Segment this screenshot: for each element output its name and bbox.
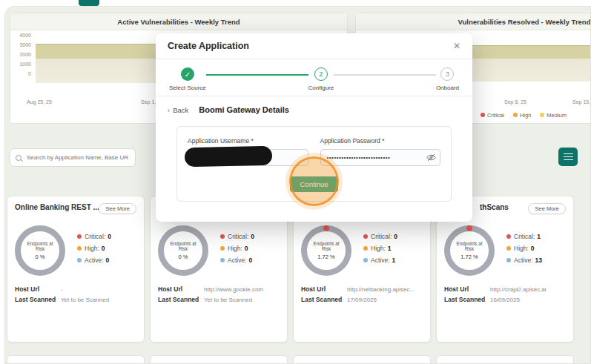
y-axis: 4000 3000 2000 1000 0 bbox=[10, 30, 31, 79]
high-dot-icon bbox=[513, 113, 518, 117]
step-onboard: 3 Onboard bbox=[436, 67, 459, 91]
active-dot-icon bbox=[220, 258, 225, 262]
password-field-group: Application Password * bbox=[320, 137, 441, 166]
last-scanned-value: 17/09/2025 bbox=[347, 297, 423, 303]
gauge-value: 1.72 % bbox=[317, 254, 334, 260]
header-accent-pill bbox=[79, 0, 99, 6]
endpoints-risk-gauge: Endpoints at Risk 1.72 % bbox=[301, 225, 351, 276]
gauge-label: Endpoints at Risk bbox=[166, 241, 200, 251]
chevron-left-icon: ‹ bbox=[168, 106, 170, 114]
details-form: Application Username * Application Passw… bbox=[176, 126, 452, 202]
stat-high: High:0 bbox=[506, 245, 542, 252]
application-card: Online Banking REST ... See More Endpoin… bbox=[7, 196, 145, 343]
host-url-label: Host Url bbox=[301, 285, 347, 293]
y-tick: 2000 bbox=[10, 50, 31, 59]
active-dot-icon bbox=[506, 258, 511, 262]
username-field-group: Application Username * bbox=[188, 137, 308, 166]
step-label: Onboard bbox=[436, 85, 459, 91]
search-input[interactable] bbox=[25, 153, 130, 162]
panel-title: Vulnerabilities Resolved - Weekly Trend bbox=[356, 13, 591, 30]
y-tick: 4000 bbox=[10, 30, 31, 40]
y-tick: 1000 bbox=[10, 59, 31, 69]
close-icon[interactable]: ✕ bbox=[453, 41, 460, 51]
stat-critical: Critical:0 bbox=[363, 233, 397, 240]
stat-active: Active:13 bbox=[506, 257, 542, 264]
see-more-button[interactable]: See More bbox=[99, 203, 136, 214]
search-icon bbox=[16, 155, 22, 161]
critical-dot-icon bbox=[506, 234, 511, 239]
stepper-connector bbox=[206, 74, 308, 76]
create-application-modal: Create Application ✕ ✓ Select Source 2 C… bbox=[156, 33, 472, 222]
last-scanned-value: Yet to be Scanned bbox=[204, 297, 280, 303]
gauge-label: Endpoints at Risk bbox=[452, 241, 486, 251]
eye-off-icon[interactable] bbox=[426, 153, 436, 162]
password-label: Application Password * bbox=[320, 137, 441, 145]
chart-legend: Critical High Medium bbox=[481, 112, 567, 119]
list-view-button[interactable] bbox=[558, 148, 578, 166]
application-card bbox=[436, 355, 574, 364]
endpoints-risk-gauge: Endpoints at Risk 0 % bbox=[15, 225, 65, 276]
legend-item: Critical bbox=[481, 112, 504, 119]
stat-high: High:0 bbox=[77, 245, 111, 252]
stat-critical: Critical:0 bbox=[77, 233, 111, 240]
y-tick: 0 bbox=[10, 69, 31, 79]
stepper: ✓ Select Source 2 Configure 3 Onboard bbox=[156, 59, 472, 96]
gauge-value: 0 % bbox=[179, 254, 188, 260]
stat-active: Active:0 bbox=[77, 257, 111, 264]
section-title: Boomi Gateway Details bbox=[199, 105, 289, 114]
endpoints-risk-gauge: Endpoints at Risk 0 % bbox=[158, 225, 208, 276]
gauge-label: Endpoints at Risk bbox=[23, 241, 57, 251]
high-dot-icon bbox=[363, 246, 368, 251]
application-card bbox=[293, 355, 431, 364]
x-tick: Sep 15, 25 bbox=[572, 99, 591, 105]
check-icon: ✓ bbox=[181, 67, 194, 81]
legend-label: Critical bbox=[487, 112, 504, 119]
host-url-value: - bbox=[61, 286, 136, 293]
high-dot-icon bbox=[506, 246, 511, 251]
stat-critical: Critical:0 bbox=[220, 233, 254, 240]
host-url-value: http://netbanking.apisec... bbox=[347, 286, 423, 293]
last-scanned-label: Last Scanned bbox=[158, 296, 204, 303]
stat-high: High:0 bbox=[220, 245, 254, 252]
medium-dot-icon bbox=[540, 113, 544, 117]
critical-dot-icon bbox=[363, 234, 368, 239]
menu-lines-icon bbox=[564, 153, 573, 155]
active-dot-icon bbox=[363, 258, 368, 262]
step-select-source: ✓ Select Source bbox=[169, 67, 206, 91]
panel-title: Active Vulnerabilities - Weekly Trend bbox=[10, 13, 347, 30]
host-url-label: Host Url bbox=[158, 285, 204, 293]
application-card bbox=[150, 355, 288, 364]
last-scanned-value: 16/09/2025 bbox=[490, 297, 566, 303]
see-more-button[interactable]: See More bbox=[528, 203, 566, 214]
application-title: Online Banking REST ... bbox=[15, 203, 99, 211]
x-tick: Aug 25, 25 bbox=[27, 99, 52, 105]
host-url-label: Host Url bbox=[15, 285, 61, 293]
x-tick: Sep 8, 25 bbox=[504, 99, 526, 105]
stat-high: High:1 bbox=[363, 245, 397, 252]
gauge-label: Endpoints at Risk bbox=[309, 241, 343, 251]
legend-item: High bbox=[513, 112, 531, 119]
last-scanned-label: Last Scanned bbox=[444, 296, 490, 303]
stat-active: Active:0 bbox=[220, 257, 254, 264]
gauge-value: 1.72 % bbox=[460, 254, 478, 260]
last-scanned-value: Yet to be Scanned bbox=[61, 297, 136, 303]
legend-label: High bbox=[520, 112, 531, 119]
step-label: Select Source bbox=[169, 85, 206, 91]
gauge-value: 0 % bbox=[36, 254, 45, 260]
high-dot-icon bbox=[220, 246, 225, 251]
redaction-scribble bbox=[185, 146, 273, 167]
step-number: 3 bbox=[440, 67, 454, 81]
back-button[interactable]: ‹Back bbox=[168, 106, 188, 114]
stat-active: Active:1 bbox=[363, 257, 397, 264]
host-url-label: Host Url bbox=[444, 285, 490, 293]
legend-label: Medium bbox=[547, 112, 567, 119]
stepper-connector bbox=[334, 74, 436, 76]
modal-title: Create Application bbox=[168, 41, 249, 51]
password-input[interactable] bbox=[320, 149, 441, 166]
host-url-value: http://www.gookle.com bbox=[204, 286, 280, 293]
endpoints-risk-gauge: Endpoints at Risk 1.72 % bbox=[444, 225, 495, 276]
continue-button[interactable]: Continue bbox=[290, 176, 337, 192]
y-tick: 3000 bbox=[10, 40, 31, 50]
critical-dot-icon bbox=[481, 113, 485, 117]
step-number: 2 bbox=[314, 67, 328, 81]
